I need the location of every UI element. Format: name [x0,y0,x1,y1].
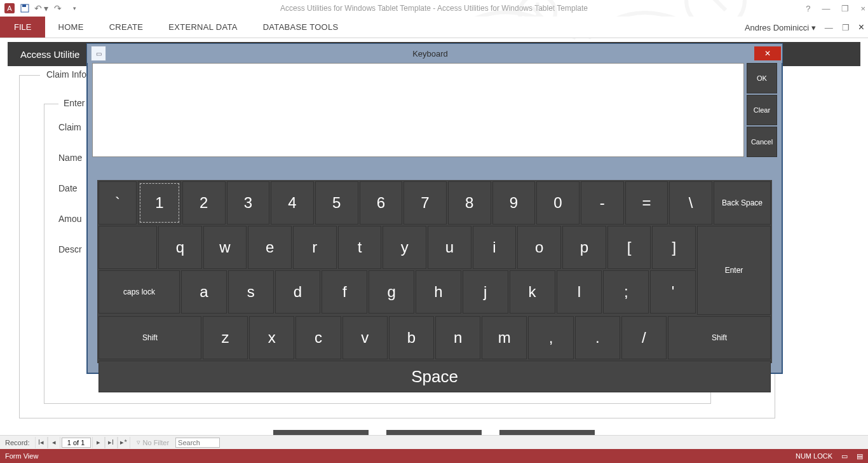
key-[interactable]: / [621,316,667,359]
last-record-icon[interactable]: ▸I [105,437,118,448]
form-view-icon[interactable]: ▭ [841,452,848,460]
key-b[interactable]: b [389,316,434,359]
key-space[interactable]: Space [98,361,771,392]
key-blank-left-r2[interactable] [98,226,157,269]
key-w[interactable]: w [203,226,247,269]
key-3[interactable]: 3 [227,181,270,225]
key-f[interactable]: f [322,270,367,314]
key-x[interactable]: x [249,316,294,359]
key-[interactable]: = [625,181,668,225]
user-name[interactable]: Andres Dominicci ▾ [745,23,816,32]
svg-text:A: A [7,4,12,12]
key-p[interactable]: p [562,226,606,269]
ribbon: FILE HOME CREATE EXTERNAL DATA DATABASE … [0,17,868,38]
key-shift-left[interactable]: Shift [98,316,201,359]
key-[interactable]: , [528,316,573,359]
key-y[interactable]: y [383,226,426,269]
key-e[interactable]: e [248,226,292,269]
filter-icon: ▿ [137,438,140,446]
key-[interactable]: - [581,181,624,225]
key-[interactable]: ] [652,226,696,269]
key-h[interactable]: h [416,270,461,314]
key-j[interactable]: j [463,270,508,314]
svg-rect-3 [22,4,26,7]
tab-create[interactable]: CREATE [97,17,156,38]
key-9[interactable]: 9 [492,181,536,225]
key-5[interactable]: 5 [315,181,358,225]
keyboard-title: Keyboard [106,49,754,59]
key-q[interactable]: q [158,226,202,269]
key-g[interactable]: g [369,270,414,314]
key-[interactable]: ' [650,270,696,314]
file-tab[interactable]: FILE [0,17,45,38]
key-[interactable]: ` [98,181,137,225]
key-s[interactable]: s [228,270,274,314]
key-6[interactable]: 6 [360,181,403,225]
keyboard-close-icon[interactable]: ✕ [754,46,781,60]
window-close-icon[interactable]: × [860,4,865,13]
status-view-mode: Form View [5,452,38,460]
new-record-icon[interactable]: ▸* [118,437,130,448]
record-navigation: Record: I◂ ◂ ▸ ▸I ▸* ▿ No Filter [0,435,868,449]
no-filter-indicator[interactable]: ▿ No Filter [137,438,170,446]
key-r[interactable]: r [293,226,337,269]
key-m[interactable]: m [482,316,527,359]
window-title: Access Utilities for Windows Tablet Temp… [0,4,868,13]
window-minimize-icon[interactable]: — [822,4,830,13]
key-[interactable]: . [575,316,620,359]
tab-database-tools[interactable]: DATABASE TOOLS [250,17,351,38]
key-z[interactable]: z [203,316,248,359]
key-d[interactable]: d [275,270,321,314]
key-[interactable]: \ [669,181,712,225]
doc-close-icon[interactable]: × [858,22,864,33]
tab-home[interactable]: HOME [45,17,96,38]
window-restore-icon[interactable]: ❐ [841,4,849,13]
key-1[interactable]: 1 [138,181,181,225]
key-v[interactable]: v [342,316,388,359]
next-record-icon[interactable]: ▸ [92,437,105,448]
help-icon[interactable]: ? [806,4,810,13]
label-claim: Claim [58,122,81,132]
first-record-icon[interactable]: I◂ [35,437,48,448]
keyboard-ok-button[interactable]: OK [747,63,777,93]
tab-external-data[interactable]: EXTERNAL DATA [156,17,250,38]
key-[interactable]: ; [603,270,649,314]
qat-customize-icon[interactable]: ▾ [66,1,83,15]
key-backspace[interactable]: Back Space [714,181,771,225]
key-u[interactable]: u [428,226,471,269]
key-a[interactable]: a [181,270,227,314]
undo-icon[interactable]: ↶ ▾ [33,1,50,15]
key-2[interactable]: 2 [182,181,226,225]
key-shift-right[interactable]: Shift [668,316,771,359]
key-capslock[interactable]: caps lock [98,270,180,314]
key-n[interactable]: n [435,316,480,359]
key-4[interactable]: 4 [271,181,314,225]
keyboard-dialog: ▭ Keyboard ✕ OK Clear Cancel `1234567890… [86,43,783,374]
key-i[interactable]: i [473,226,517,269]
key-8[interactable]: 8 [448,181,491,225]
status-numlock: NUM LOCK [796,452,832,460]
key-k[interactable]: k [510,270,555,314]
keyboard-cancel-button[interactable]: Cancel [747,127,777,157]
keyboard-text-input[interactable] [92,63,744,157]
prev-record-icon[interactable]: ◂ [48,437,60,448]
key-[interactable]: [ [607,226,651,269]
key-c[interactable]: c [295,316,341,359]
key-7[interactable]: 7 [403,181,447,225]
ribbon-minimize-icon[interactable]: — [825,23,833,32]
record-search-input[interactable] [175,438,220,448]
doc-restore-icon[interactable]: ❐ [842,23,850,32]
key-t[interactable]: t [338,226,382,269]
record-label: Record: [0,439,35,446]
key-enter[interactable]: Enter [697,226,771,315]
key-l[interactable]: l [557,270,602,314]
record-position[interactable] [62,438,91,448]
keyboard-clear-button[interactable]: Clear [747,95,777,125]
key-0[interactable]: 0 [536,181,580,225]
tab-claim-info[interactable]: Claim Info [40,69,93,79]
save-icon[interactable] [17,1,33,15]
keyboard-titlebar[interactable]: ▭ Keyboard ✕ [87,44,782,63]
key-o[interactable]: o [517,226,561,269]
redo-icon[interactable]: ↷ [50,1,66,15]
datasheet-view-icon[interactable]: ▤ [857,452,863,460]
